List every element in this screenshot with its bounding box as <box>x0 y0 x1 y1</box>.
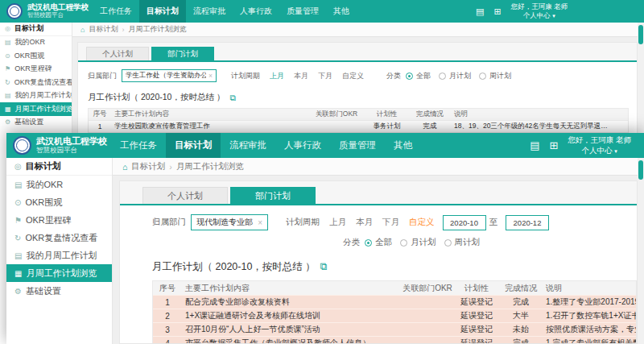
sidebar-item-okr-milestone[interactable]: ⚑OKR里程碑 <box>0 63 72 77</box>
apps-grid-icon[interactable]: ⊞ <box>493 6 501 17</box>
sidebar-item-okr-watch[interactable]: ⊙OKR围观 <box>6 193 112 211</box>
user-center-link[interactable]: 个人中心 ▾ <box>568 146 631 155</box>
scrollbar-thumb[interactable] <box>638 160 643 180</box>
radio-icon <box>439 73 446 80</box>
cell-type[interactable]: 延误登记 <box>454 296 499 309</box>
sidebar-item-okr-review[interactable]: ↻OKR复盘情况查看 <box>6 229 112 247</box>
nav-quality[interactable]: 质量管理 <box>330 133 385 158</box>
header-right: ▤ ⊞ 您好，王珂康 老师 个人中心 ▾ <box>476 2 644 20</box>
nav-other[interactable]: 其他 <box>385 133 421 158</box>
period-last-month[interactable]: 上月 <box>329 217 346 228</box>
sidebar-item-okr-watch[interactable]: ⊙OKR围观 <box>0 49 72 63</box>
settings-icon: ⚙ <box>5 118 10 126</box>
sidebar-section-goal-plan[interactable]: ◎目标计划 <box>0 23 72 36</box>
clipboard-icon[interactable]: ⧉ <box>320 261 328 273</box>
sidebar-section-goal-plan[interactable]: ◎目标计划 <box>6 158 112 176</box>
nav-goal-plan[interactable]: 目标计划 <box>166 133 221 158</box>
nav-work-tasks[interactable]: 工作任务 <box>111 133 166 158</box>
cell-type[interactable]: 延误登记 <box>454 323 499 336</box>
brand: 武汉机电工程学校 智慧校园平台 <box>0 3 89 19</box>
app-header: 武汉机电工程学校 智慧校园平台 工作任务 目标计划 流程审批 人事行政 质量管理… <box>6 133 644 158</box>
sidebar-item-my-okr[interactable]: ▤我的OKR <box>6 176 112 193</box>
cell-content: 市平台数据采集工作（专业部概况及教师个人信息） <box>182 337 401 344</box>
scrollbar[interactable] <box>638 158 644 344</box>
nav-hr-admin[interactable]: 人事行政 <box>233 0 279 23</box>
category-week[interactable]: 周计划 <box>479 71 511 81</box>
school-logo <box>13 136 31 155</box>
plan-table: 序号 主要工作计划内容 关联部门OKR 计划性 完成情况 说明 1 配合完成专业… <box>152 280 637 344</box>
user-center-link[interactable]: 个人中心 ▾ <box>511 11 568 20</box>
period-custom[interactable]: 自定义 <box>409 217 435 228</box>
cell-seq: 1 <box>89 121 111 132</box>
cell-type[interactable]: 延误登记 <box>454 309 499 322</box>
cell-note: 按照优质课活动方案，专业部教师相互听课评… <box>543 323 636 336</box>
notice-icon[interactable]: ▤ <box>476 6 484 17</box>
col-status: 完成情况 <box>499 281 543 295</box>
table-row[interactable]: 2 1+X课证融通研讨会及考核师在线培训 延误登记 大半 1.召开了数控车铣1+… <box>153 309 636 322</box>
col-seq: 序号 <box>89 109 111 120</box>
eye-icon: ⊙ <box>5 52 10 60</box>
breadcrumb: ⌂ 目标计划 › 月周工作计划浏览 <box>72 23 644 37</box>
nav-process-approval[interactable]: 流程审批 <box>186 0 233 23</box>
date-to-input[interactable]: 2020-12 <box>506 215 549 230</box>
milestone-icon: ⚑ <box>14 216 22 225</box>
period-last-month[interactable]: 上月 <box>270 71 284 81</box>
clear-icon[interactable]: × <box>258 218 262 227</box>
tab-department-plan[interactable]: 部门计划 <box>230 187 316 204</box>
dept-label: 归属部门 <box>152 217 186 228</box>
sidebar-item-settings[interactable]: ⚙基础设置 <box>6 282 112 300</box>
col-type: 计划性 <box>365 109 409 120</box>
table-row[interactable]: 1 配合完成专业部诊改复核资料 延误登记 完成 1.整理了专业部2017-201… <box>153 295 636 309</box>
category-all[interactable]: 全部 <box>406 71 431 81</box>
sidebar-item-plan-browse[interactable]: ▦月周工作计划浏览 <box>0 102 72 116</box>
sidebar-item-my-okr[interactable]: ▤我的OKR <box>0 36 72 50</box>
nav-other[interactable]: 其他 <box>326 0 357 23</box>
table-header: 序号 主要工作计划内容 关联部门OKR 计划性 完成情况 说明 <box>153 281 636 295</box>
sidebar-item-my-plans[interactable]: ▤我的月周工作计划 <box>6 247 112 264</box>
sidebar-item-okr-milestone[interactable]: ⚑OKR里程碑 <box>6 211 112 229</box>
notice-icon[interactable]: ▤ <box>530 139 539 151</box>
sidebar-item-settings[interactable]: ⚙基础设置 <box>0 116 72 130</box>
date-from-input[interactable]: 2020-10 <box>443 215 486 230</box>
dept-input[interactable]: 学生工作处（学生资助办公 × <box>122 69 217 82</box>
nav-process-approval[interactable]: 流程审批 <box>221 133 275 158</box>
tab-personal-plan[interactable]: 个人计划 <box>142 187 228 204</box>
date-to-label: 至 <box>489 217 498 228</box>
clipboard-icon[interactable]: ⧉ <box>229 93 236 103</box>
period-custom[interactable]: 自定义 <box>342 71 364 81</box>
period-this-month[interactable]: 本月 <box>356 217 373 228</box>
nav-quality[interactable]: 质量管理 <box>279 0 326 23</box>
tab-department-plan[interactable]: 部门计划 <box>151 47 214 60</box>
sidebar-item-my-plans[interactable]: ▤我的月周工作计划 <box>0 89 72 103</box>
cell-type[interactable]: 延误登记 <box>454 337 499 344</box>
breadcrumb-root[interactable]: 目标计划 <box>131 161 165 172</box>
scrollbar-thumb[interactable] <box>638 25 643 44</box>
sidebar-item-okr-review[interactable]: ↻OKR复盘情况查看 <box>0 76 72 89</box>
breadcrumb-current: 月周工作计划浏览 <box>128 24 186 35</box>
category-all[interactable]: 全部 <box>365 237 392 248</box>
dept-input[interactable]: 现代制造专业部 × <box>191 214 268 230</box>
table-row[interactable]: 3 召开10月份“人人上好一节优质课”活动 延误登记 未始 按照优质课活动方案，… <box>153 322 636 336</box>
apps-grid-icon[interactable]: ⊞ <box>549 139 558 151</box>
col-status: 完成情况 <box>409 109 451 120</box>
breadcrumb-separator: › <box>122 26 124 34</box>
period-next-month[interactable]: 下月 <box>382 217 399 228</box>
table-row[interactable]: 4 市平台数据采集工作（专业部概况及教师个人信息） 延误登记 完成 1.完成了专… <box>153 336 636 344</box>
sidebar-item-plan-browse[interactable]: ▦月周工作计划浏览 <box>6 264 112 282</box>
target-icon: ◎ <box>5 25 10 32</box>
table-row[interactable]: 1 学生校园欺凌宣传教育管理工作 事务计划 完成 18、19、20三个年级的42… <box>89 120 628 132</box>
period-next-month[interactable]: 下月 <box>318 71 332 81</box>
cell-status: 完成 <box>409 121 451 132</box>
nav-work-tasks[interactable]: 工作任务 <box>93 0 139 23</box>
nav-goal-plan[interactable]: 目标计划 <box>139 0 186 23</box>
cell-okr <box>401 296 454 309</box>
tab-personal-plan[interactable]: 个人计划 <box>86 47 149 60</box>
category-month[interactable]: 月计划 <box>439 71 471 81</box>
cell-seq: 3 <box>153 323 182 336</box>
clear-icon[interactable]: × <box>208 72 213 80</box>
category-week[interactable]: 周计划 <box>444 237 481 248</box>
nav-hr-admin[interactable]: 人事行政 <box>275 133 330 158</box>
category-month[interactable]: 月计划 <box>400 237 436 248</box>
breadcrumb-root[interactable]: 目标计划 <box>89 24 118 35</box>
period-this-month[interactable]: 本月 <box>294 71 308 81</box>
